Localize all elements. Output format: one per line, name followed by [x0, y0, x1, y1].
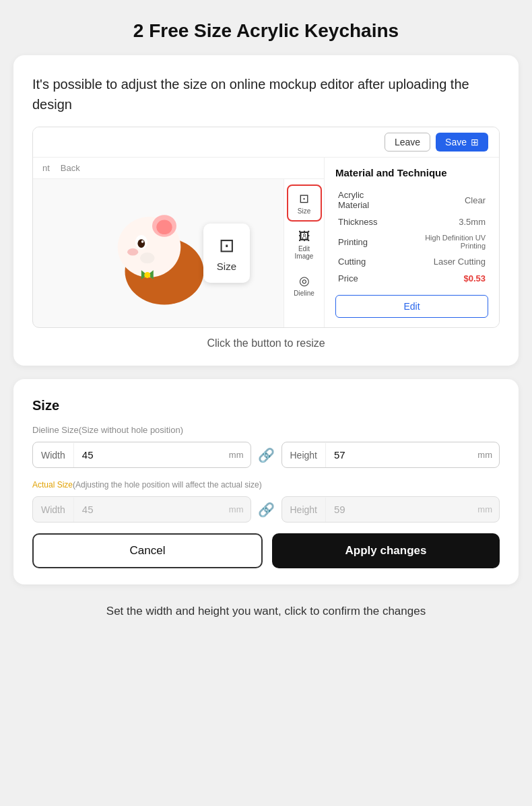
edit-material-button[interactable]: Edit [335, 295, 488, 318]
cancel-button[interactable]: Cancel [32, 533, 263, 568]
table-row: Acrylic Material Clear [335, 187, 488, 213]
apply-changes-button[interactable]: Apply changes [272, 533, 500, 568]
printing-label: Printing [335, 230, 399, 253]
size-overlay-button[interactable]: ⊡ Size [203, 224, 250, 283]
price-label: Price [335, 270, 399, 287]
bottom-hint: Set the width and height you want, click… [100, 605, 432, 618]
printing-value: High Definition UV Printing [399, 230, 488, 253]
svg-point-6 [140, 253, 155, 263]
dieline-height-label: Height [282, 443, 326, 467]
dieline-sub-text: (Size without hole position) [79, 425, 183, 435]
dieline-height-input[interactable] [326, 442, 471, 467]
actual-sub-text: (Adjusting the hole position will affect… [73, 480, 262, 490]
actual-size-row: Width mm 🔗 Height mm [32, 496, 500, 523]
cutting-label: Cutting [335, 253, 399, 270]
material-label: Acrylic Material [335, 187, 399, 213]
table-row: Thickness 3.5mm [335, 213, 488, 230]
cutting-value: Laser Cutting [399, 253, 488, 270]
dieline-label: Dieline [294, 290, 314, 297]
edit-image-icon: 🖼 [298, 230, 310, 244]
dieline-label-text: Dieline Size [32, 425, 79, 435]
editor-body: nt Back [33, 158, 499, 327]
dieline-size-label: Dieline Size(Size without hole position) [32, 424, 500, 435]
size-card: Size Dieline Size(Size without hole posi… [13, 379, 519, 584]
table-row: Printing High Definition UV Printing [335, 230, 488, 253]
svg-point-11 [144, 272, 150, 278]
dieline-width-input-group: Width mm [32, 442, 251, 468]
actual-label-text: Actual Size [32, 480, 73, 490]
actual-height-unit: mm [471, 498, 499, 521]
character-illustration [98, 193, 219, 314]
table-row: Price $0.53 [335, 270, 488, 287]
sidebar-tool-size[interactable]: ⊡ Size [287, 184, 322, 222]
size-tool-label: Size [298, 207, 310, 215]
actual-width-label: Width [33, 498, 74, 522]
sidebar-tool-dieline[interactable]: ◎ Dieline [287, 268, 322, 302]
link-icon: 🔗 [258, 447, 275, 463]
table-row: Cutting Laser Cutting [335, 253, 488, 270]
page-title: 2 Free Size Acrylic Keychains [133, 20, 399, 42]
actual-width-unit: mm [222, 498, 251, 521]
click-hint: Click the button to resize [32, 337, 500, 349]
editor-sidebar: ⊡ Size 🖼 Edit Image ◎ Dieline [284, 179, 324, 327]
material-panel-title: Material and Technique [335, 167, 488, 178]
material-value: Clear [399, 187, 488, 213]
thickness-label: Thickness [335, 213, 399, 230]
dieline-width-unit: mm [222, 443, 251, 467]
svg-point-4 [141, 240, 144, 243]
sidebar-tool-edit-image[interactable]: 🖼 Edit Image [287, 224, 322, 265]
actual-height-label: Height [282, 498, 326, 522]
size-section-title: Size [32, 398, 500, 413]
dieline-height-input-group: Height mm [281, 442, 500, 468]
size-crop-icon: ⊡ [219, 234, 234, 257]
description-text: It's possible to adjust the size on onli… [32, 74, 500, 114]
canvas-area: ⊡ Size [33, 179, 284, 327]
editor-card: It's possible to adjust the size on onli… [13, 55, 519, 366]
actual-size-label: Actual Size(Adjusting the hole position … [32, 479, 500, 490]
dieline-width-input[interactable] [74, 442, 222, 467]
dieline-size-row: Width mm 🔗 Height mm [32, 442, 500, 468]
actual-width-input-group: Width mm [32, 496, 251, 523]
svg-point-8 [156, 220, 172, 235]
size-tool-icon: ⊡ [299, 191, 309, 206]
thickness-value: 3.5mm [399, 213, 488, 230]
material-table: Acrylic Material Clear Thickness 3.5mm P… [335, 187, 488, 287]
actual-link-icon: 🔗 [258, 502, 275, 518]
material-panel: Material and Technique Acrylic Material … [324, 158, 499, 327]
actual-height-input-group: Height mm [281, 496, 500, 523]
back-tab[interactable]: Back [61, 163, 80, 173]
dieline-height-unit: mm [471, 443, 499, 467]
actual-width-input [74, 497, 222, 522]
save-icon: ⊞ [471, 137, 479, 147]
actual-height-input [326, 497, 471, 522]
svg-point-3 [137, 239, 145, 248]
front-tab-inactive: nt [42, 163, 50, 173]
editor-mockup: Leave Save ⊞ nt Back [32, 127, 500, 328]
svg-point-5 [127, 248, 138, 256]
editor-topbar: Leave Save ⊞ [33, 127, 499, 158]
size-overlay-label: Size [217, 261, 236, 272]
save-button[interactable]: Save ⊞ [436, 133, 488, 152]
price-value: $0.53 [399, 270, 488, 287]
dieline-width-label: Width [33, 443, 74, 467]
leave-button[interactable]: Leave [385, 133, 430, 152]
edit-image-label: Edit Image [291, 245, 318, 260]
action-row: Cancel Apply changes [32, 533, 500, 568]
dieline-icon: ◎ [299, 273, 310, 288]
